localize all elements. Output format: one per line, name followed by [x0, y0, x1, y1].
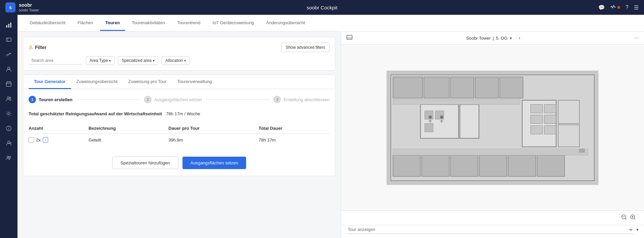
ausgangsflaechen-button[interactable]: Ausgangsflächen setzen — [182, 157, 246, 169]
activity-icon[interactable] — [610, 5, 620, 10]
cell-bezeichnung: Geteilt — [89, 134, 168, 146]
filter-title: ⚠ Filter — [29, 45, 46, 50]
filter-icon: ⚠ — [29, 45, 33, 50]
tab-touren[interactable]: Touren — [100, 15, 125, 31]
svg-rect-0 — [6, 25, 7, 28]
tour-table: Anzahl Bezeichnung Dauer pro Tour Total … — [29, 123, 330, 146]
svg-point-20 — [9, 156, 11, 158]
progress-steps: 1 Touren erstellen 2 Ausgangsflächen set… — [29, 96, 330, 103]
sidebar-item-info[interactable] — [3, 122, 15, 134]
sidebar-item-analytics[interactable] — [3, 48, 15, 61]
tab-tour-generator[interactable]: Tour Generator — [29, 75, 71, 89]
filter-label: Filter — [35, 45, 46, 50]
menu-icon[interactable]: ☰ — [634, 4, 639, 11]
floor-plan-svg — [346, 71, 639, 185]
zoom-out-icon[interactable] — [621, 214, 627, 222]
svg-point-52 — [429, 115, 432, 119]
app-title: soobr Cockpit — [307, 5, 338, 10]
action-buttons: Spezialtouren hinzufügen Ausgangsflächen… — [29, 157, 330, 169]
svg-rect-29 — [500, 77, 523, 98]
floor-chevron-icon[interactable]: ▾ — [510, 36, 512, 41]
svg-rect-48 — [508, 155, 536, 176]
svg-rect-51 — [393, 149, 588, 155]
zoom-controls — [621, 214, 636, 222]
filter-header: ⚠ Filter Show advanced filters — [29, 43, 330, 52]
search-area-input[interactable] — [29, 57, 82, 65]
area-type-dropdown[interactable]: Area Type ▾ — [86, 56, 114, 65]
sidebar-item-group[interactable] — [3, 93, 15, 105]
sidebar-item-calendar[interactable] — [3, 78, 15, 90]
help-icon[interactable]: ? — [625, 4, 629, 10]
floor-plan-canvas — [341, 45, 644, 210]
sidebar-item-dollar[interactable] — [3, 34, 15, 46]
cell-dauer-pro-tour: 39h 9m — [168, 134, 259, 146]
count-plus-icon[interactable]: + — [43, 137, 48, 143]
chat-icon[interactable]: 💬 — [598, 4, 605, 11]
step-3: 3 Erstellung abschliessen — [273, 96, 330, 103]
main-tab-bar: Gebäudeübersicht Flächen Touren Tourenak… — [18, 15, 644, 32]
sidebar-item-person[interactable] — [3, 63, 15, 75]
right-panel: Soobr Tower | 5. OG ▾ › ··· — [341, 32, 644, 238]
svg-point-19 — [7, 156, 9, 158]
step-1-circle: 1 — [29, 96, 36, 103]
tab-zuweisungsuebersicht[interactable]: Zuweisungsübersicht — [71, 75, 123, 89]
svg-rect-27 — [450, 77, 474, 98]
svg-rect-25 — [393, 77, 422, 98]
svg-rect-41 — [544, 115, 556, 123]
filter-row: Area Type ▾ Specialized area ▾ Allocatio… — [29, 56, 330, 65]
brand-name: soobr — [19, 2, 39, 8]
tab-aenderung[interactable]: Änderungsübersicht — [261, 15, 311, 31]
specialized-area-dropdown[interactable]: Specialized area ▾ — [118, 56, 158, 65]
svg-rect-38 — [531, 104, 542, 113]
tab-trend[interactable]: Tourentrend — [172, 15, 206, 31]
stats-row: Total geschätzter Reinigungsaufwand auf … — [29, 111, 330, 116]
sidebar-item-group2[interactable] — [3, 152, 15, 164]
content-tab-bar: Tour Generator Zuweisungsübersicht Zuwei… — [23, 75, 335, 89]
svg-rect-43 — [544, 125, 556, 134]
zoom-in-icon[interactable] — [630, 214, 636, 222]
sidebar-item-settings[interactable] — [3, 108, 15, 120]
area-type-label: Area Type — [90, 58, 108, 63]
sidebar-item-user2[interactable] — [3, 137, 15, 149]
svg-rect-26 — [424, 77, 449, 98]
floor-selector: Soobr Tower | 5. OG ▾ — [466, 36, 512, 41]
tab-tourenverwaltung[interactable]: Tourenverwaltung — [172, 75, 217, 89]
sidebar-item-chart-bar[interactable] — [3, 19, 15, 31]
svg-rect-31 — [460, 104, 479, 138]
svg-point-53 — [440, 115, 443, 119]
svg-rect-1 — [8, 24, 9, 28]
show-advanced-filters-button[interactable]: Show advanced filters — [281, 43, 330, 52]
tab-iot[interactable]: IoT Gerätezuweisung — [207, 15, 259, 31]
tour-anzeigen-dropdown[interactable]: Tour anzeigen — [346, 225, 634, 234]
specialized-area-label: Specialized area — [122, 58, 151, 63]
count-box-icon — [29, 137, 34, 143]
floor-nav-next-icon[interactable]: › — [519, 35, 520, 41]
step-line-2 — [206, 100, 270, 100]
left-panel: ⚠ Filter Show advanced filters Area Type… — [18, 32, 341, 238]
step-1-label: Touren erstellen — [39, 97, 72, 102]
allocation-dropdown[interactable]: Allocation ▾ — [162, 56, 190, 65]
svg-rect-30 — [420, 104, 459, 138]
svg-rect-36 — [558, 100, 579, 123]
tab-zuweisung-pro-tour[interactable]: Zuweisung pro Tour — [123, 75, 172, 89]
logo-icon: s — [5, 2, 15, 12]
cell-anzahl: 2x + — [29, 134, 89, 146]
svg-rect-46 — [450, 155, 478, 176]
tab-aktivitaeten[interactable]: Tourenaktivitäten — [127, 15, 170, 31]
tour-display-row: Tour anzeigen ▾ — [341, 225, 644, 238]
count-cell: 2x + — [29, 137, 84, 143]
spezialtouren-button[interactable]: Spezialtouren hinzufügen — [112, 157, 178, 169]
svg-rect-6 — [6, 82, 11, 86]
svg-rect-39 — [544, 104, 556, 113]
floor-plan-header: Soobr Tower | 5. OG ▾ › ··· — [341, 32, 644, 45]
floor-location: Soobr Tower — [466, 36, 491, 41]
stats-value: 78h 17m / Woche — [166, 111, 200, 116]
expand-icon[interactable] — [346, 35, 352, 41]
svg-rect-54 — [579, 149, 584, 152]
more-options-icon[interactable]: ··· — [634, 35, 639, 41]
tab-gebaeude[interactable]: Gebäudeübersicht — [24, 15, 71, 31]
svg-rect-40 — [531, 115, 542, 123]
tab-flaechen[interactable]: Flächen — [72, 15, 98, 31]
logo-area: s soobr soobr Tower — [5, 2, 66, 12]
svg-rect-34 — [425, 123, 433, 132]
